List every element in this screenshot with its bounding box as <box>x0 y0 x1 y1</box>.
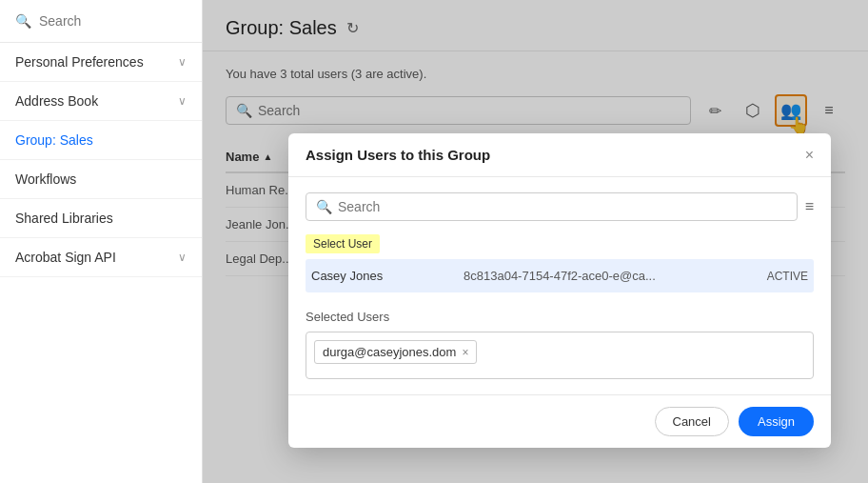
user-status: ACTIVE <box>722 270 808 283</box>
assign-button[interactable]: Assign <box>739 407 814 436</box>
select-user-label: Select User <box>306 234 380 253</box>
chevron-down-icon: ∨ <box>178 94 187 108</box>
sidebar-search-container[interactable]: 🔍 <box>0 0 202 43</box>
filter-menu-icon[interactable]: ≡ <box>805 198 814 215</box>
modal-title: Assign Users to this Group <box>306 147 490 163</box>
modal-body: 🔍 ≡ Select User Casey Jones 8c813a04-715… <box>288 177 831 394</box>
user-name: Casey Jones <box>311 269 464 283</box>
modal-search-container[interactable]: 🔍 <box>306 192 798 221</box>
modal-search-row: 🔍 ≡ <box>306 192 814 221</box>
sidebar: 🔍 Personal Preferences ∨ Address Book ∨ … <box>0 0 203 483</box>
close-button[interactable]: × <box>805 148 814 163</box>
tag-close-button[interactable]: × <box>462 346 468 359</box>
assign-users-modal: Assign Users to this Group × 🔍 ≡ Select … <box>288 133 831 448</box>
sidebar-item-acrobat-sign-api[interactable]: Acrobat Sign API ∨ <box>0 238 202 277</box>
sidebar-item-personal-preferences[interactable]: Personal Preferences ∨ <box>0 43 202 82</box>
selected-users-box: durga@caseyjones.dom × <box>306 332 814 379</box>
selected-users-label: Selected Users <box>306 310 814 324</box>
sidebar-item-group-sales[interactable]: Group: Sales <box>0 121 202 160</box>
user-tag: durga@caseyjones.dom × <box>314 340 477 364</box>
cancel-button[interactable]: Cancel <box>655 407 729 436</box>
modal-header: Assign Users to this Group × <box>288 133 831 177</box>
user-row[interactable]: Casey Jones 8c813a04-7154-47f2-ace0-e@ca… <box>306 259 814 292</box>
modal-footer: Cancel Assign <box>288 394 831 448</box>
sidebar-search-input[interactable] <box>39 13 187 29</box>
selected-users-section: Selected Users durga@caseyjones.dom × <box>306 310 814 379</box>
sidebar-item-shared-libraries[interactable]: Shared Libraries <box>0 199 202 238</box>
chevron-down-icon: ∨ <box>178 55 187 69</box>
chevron-down-icon: ∨ <box>178 251 187 264</box>
user-email: 8c813a04-7154-47f2-ace0-e@ca... <box>464 269 722 283</box>
sidebar-item-workflows[interactable]: Workflows <box>0 160 202 199</box>
tag-email: durga@caseyjones.dom <box>323 345 456 359</box>
modal-search-icon: 🔍 <box>316 199 332 214</box>
sidebar-search-icon: 🔍 <box>15 13 31 29</box>
sidebar-item-address-book[interactable]: Address Book ∨ <box>0 82 202 121</box>
modal-overlay: Assign Users to this Group × 🔍 ≡ Select … <box>203 0 868 483</box>
modal-search-input[interactable] <box>338 199 787 214</box>
main-content: Group: Sales ↻ You have 3 total users (3… <box>203 0 868 483</box>
